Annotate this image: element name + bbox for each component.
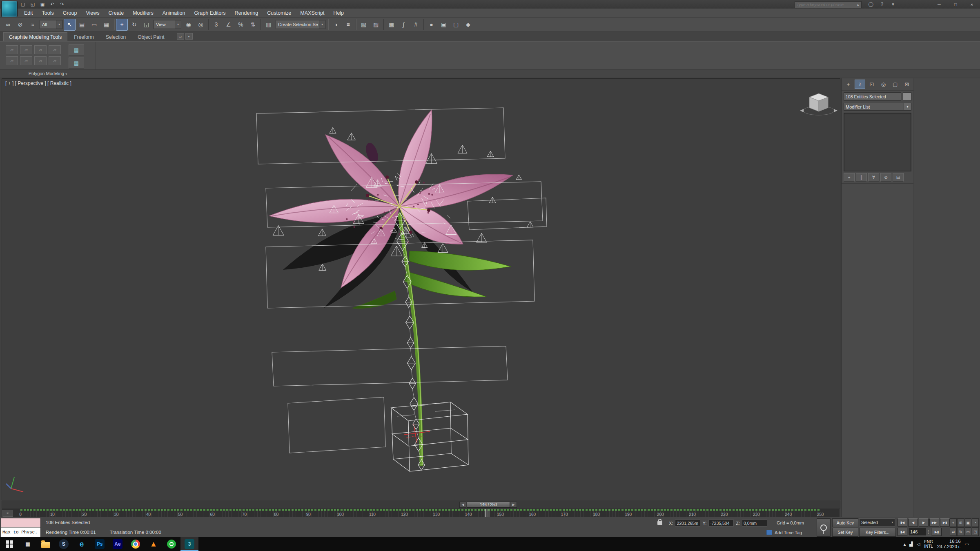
chevron-down-icon[interactable]: ▾ [175,20,181,29]
whatsapp-taskbar-button[interactable] [163,537,180,551]
polygon-modeling-button-7[interactable]: ▱ [34,56,47,65]
spinner-snap-toggle-button[interactable]: ⇅ [247,19,259,31]
listener-line[interactable]: Max to Physc. [1,528,40,537]
save-file-icon[interactable]: ▣ [38,1,47,8]
search-input[interactable] [795,2,855,7]
go-to-end-button[interactable]: ▶▮ [940,518,950,527]
percent-snap-toggle-button[interactable]: % [235,19,247,31]
3ds-max-taskbar-button[interactable]: 3 [180,537,198,551]
zoom-button[interactable]: + [950,518,957,527]
select-and-move-button[interactable]: + [116,19,128,31]
time-slider-handle[interactable]: 146 / 250 [467,502,510,508]
zoom-region-button[interactable]: ▭ [964,527,971,536]
ribbon-tab-graphite-modeling-tools[interactable]: Graphite Modeling Tools [3,32,67,41]
menu-group[interactable]: Group [58,9,82,17]
command-panel-tab-utilities[interactable]: ⊠ [901,80,912,89]
remove-modifier-button[interactable]: ⊘ [880,173,891,182]
render-production-button[interactable]: ◆ [462,19,474,31]
ribbon-config-icon[interactable]: ▭ [177,33,184,40]
ribbon-tab-object-paint[interactable]: Object Paint [132,33,169,41]
minimize-button[interactable]: ─ [931,0,947,9]
help-icon[interactable]: ? [878,1,886,7]
new-scene-icon[interactable]: ▢ [19,1,27,8]
macro-recorder-line[interactable] [1,518,40,528]
toggle-ribbon-button[interactable]: ▩ [385,19,397,31]
search-icon[interactable]: ▸ [855,3,861,7]
clock[interactable]: 16:16 23.7.2020 г. [937,539,961,549]
chevron-down-icon[interactable]: ▾ [319,20,325,29]
polygon-modeling-tool-1[interactable]: ▦ [69,44,84,56]
menu-tools[interactable]: Tools [38,9,58,17]
coord-x-field[interactable]: 2201,265m [675,520,700,527]
language-indicator[interactable]: ENG INTL [924,540,933,549]
file-explorer-taskbar-button[interactable] [37,537,55,551]
polygon-modeling-button-6[interactable]: ▱ [20,56,32,65]
edit-named-selection-sets-button[interactable]: ▥ [263,19,274,31]
select-and-link-button[interactable]: ∞ [2,19,14,31]
angle-snap-toggle-button[interactable]: ∠ [223,19,234,31]
after-effects-taskbar-button[interactable]: Ae [109,537,127,551]
mini-curve-editor-button[interactable]: ≈ [2,510,13,517]
menu-modifiers[interactable]: Modifiers [128,9,158,17]
menu-animation[interactable]: Animation [158,9,190,17]
go-to-start-button[interactable]: ▮◀ [898,518,907,527]
chevron-down-icon[interactable]: ▾ [904,103,911,111]
previous-frame-button[interactable]: ◀ [908,518,918,527]
3ds-max-logo-icon[interactable] [1,1,18,17]
mirror-button[interactable]: ◑ [330,19,342,31]
task-view-taskbar-button[interactable]: ▦ [19,537,37,551]
network-icon[interactable]: ▟ [909,542,913,547]
next-key-button[interactable]: ▶▮ [932,528,942,536]
menu-help[interactable]: Help [329,9,348,17]
command-panel-tab-motion[interactable]: ◎ [878,80,889,89]
use-pivot-point-center-button[interactable]: ◉ [183,19,194,31]
pan-view-button[interactable]: ⇄ [950,527,957,536]
selection-lock-toggle[interactable] [657,521,662,525]
ribbon-tab-freeform[interactable]: Freeform [69,33,99,41]
viewport-scene[interactable] [2,79,840,500]
set-keys-button[interactable] [817,518,831,537]
frame-spinner[interactable]: ▴▾ [926,528,931,535]
start-button[interactable] [0,537,19,551]
reference-coordinate-system-dropdown[interactable]: View▾ [154,20,181,29]
menu-views[interactable]: Views [81,9,104,17]
field-of-view-button[interactable]: ◔ [972,518,979,527]
toggle-layer-explorer-button[interactable]: ▨ [370,19,382,31]
menu-rendering[interactable]: Rendering [230,9,263,17]
key-filters-button[interactable]: Key Filters... [859,528,896,537]
maximize-viewport-toggle-button[interactable]: ◰ [972,527,979,536]
select-and-manipulate-button[interactable]: ◎ [195,19,207,31]
command-panel-tab-modify[interactable]: ≀ [855,80,866,89]
polygon-modeling-tool-2[interactable]: ▦ [69,58,84,69]
menu-maxscript[interactable]: MAXScript [296,9,329,17]
action-center-icon[interactable]: ▭ [965,542,969,547]
time-slider-previous-icon[interactable]: ◀ [459,502,466,508]
photoshop-taskbar-button[interactable]: Ps [91,537,109,551]
command-panel-tab-create[interactable]: + [843,80,854,89]
polygon-modeling-panel-label[interactable]: Polygon Modeling ▾ [0,70,96,78]
maximize-button[interactable]: □ [947,0,964,9]
coord-y-field[interactable]: -7235,504 [708,520,734,527]
make-unique-button[interactable]: ∀ [868,173,879,182]
polygon-modeling-button-3[interactable]: ▱ [34,45,47,54]
select-by-name-button[interactable]: ▤ [76,19,88,31]
ribbon-tab-selection[interactable]: Selection [100,33,131,41]
pin-stack-button[interactable]: ⌖ [844,173,855,182]
named-selection-sets-dropdown[interactable]: Create Selection Se▾ [276,20,325,29]
spinner-down-icon[interactable]: ▾ [928,532,929,534]
object-name-field[interactable]: 108 Entities Selected [844,92,901,101]
modifier-list-dropdown[interactable]: Modifier List ▾ [844,103,911,111]
curve-editor-button[interactable]: ∫ [398,19,410,31]
chevron-down-icon[interactable]: ▾ [56,20,62,29]
polygon-modeling-button-4[interactable]: ▱ [49,45,61,54]
open-file-icon[interactable]: ◱ [29,1,37,8]
chrome-taskbar-button[interactable] [127,537,145,551]
volume-icon[interactable]: ◁ [917,542,920,547]
maxscript-mini-listener[interactable]: Max to Physc. [1,518,41,537]
align-button[interactable]: ≡ [342,19,354,31]
polygon-modeling-button-2[interactable]: ▱ [20,45,32,54]
auto-key-button[interactable]: Auto Key [832,518,858,527]
bind-to-space-warp-button[interactable]: ≈ [27,19,38,31]
schematic-view-button[interactable]: # [410,19,422,31]
minimize-ribbon-icon[interactable]: ▾ [185,33,193,40]
